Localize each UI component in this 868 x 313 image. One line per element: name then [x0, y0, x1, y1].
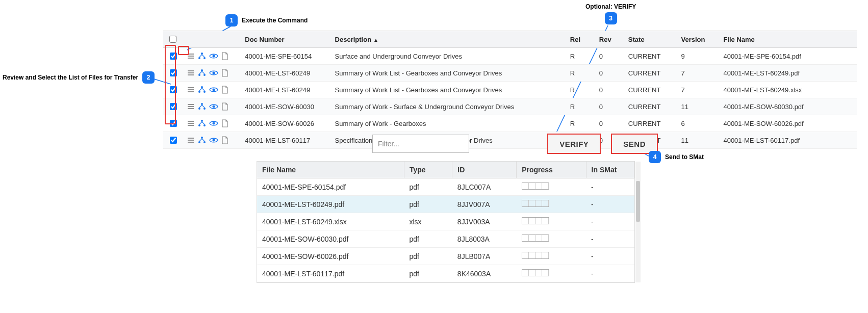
view-icon[interactable] — [209, 102, 218, 111]
file-row[interactable]: 40001-ME-SOW-60026.pdfpdf8JLB007A- — [257, 248, 634, 265]
files-header-type[interactable]: Type — [404, 162, 452, 178]
scrollbar[interactable] — [635, 162, 641, 282]
files-header-id[interactable]: ID — [452, 162, 517, 178]
view-icon[interactable] — [209, 52, 218, 60]
document-icon[interactable] — [221, 119, 228, 127]
view-icon[interactable] — [209, 119, 218, 127]
header-doc-number[interactable]: Doc Number — [241, 31, 330, 48]
list-icon[interactable] — [187, 86, 195, 94]
header-version[interactable]: Version — [677, 31, 720, 48]
document-icon[interactable] — [221, 86, 228, 94]
row-checkbox[interactable] — [170, 137, 177, 144]
select-all-checkbox[interactable] — [169, 36, 176, 43]
list-icon[interactable] — [187, 136, 195, 144]
cell-doc-number: 40001-ME-LST-60249 — [241, 82, 330, 98]
cell-doc-number: 40001-ME-LST-60117 — [241, 132, 330, 149]
files-header-filename[interactable]: File Name — [257, 162, 404, 178]
file-row[interactable]: 40001-ME-LST-60249.pdfpdf8JJV007A- — [257, 196, 634, 213]
row-checkbox[interactable] — [170, 120, 177, 127]
table-row[interactable]: 40001-ME-SPE-60154Surface and Undergroun… — [163, 48, 857, 65]
view-icon[interactable] — [209, 69, 218, 77]
header-file-name[interactable]: File Name — [719, 31, 857, 48]
list-icon[interactable] — [187, 102, 195, 111]
table-row[interactable]: 40001-ME-LST-60249Summary of Work List -… — [163, 65, 857, 82]
list-icon[interactable] — [187, 119, 195, 127]
row-checkbox[interactable] — [170, 53, 177, 60]
structure-icon[interactable] — [198, 69, 206, 77]
svg-point-14 — [201, 69, 203, 71]
file-cell-id: 8JLC007A — [452, 178, 517, 196]
cell-state: CURRENT — [624, 115, 677, 132]
header-select-all[interactable] — [163, 31, 183, 48]
header-description[interactable]: Description▲ — [331, 31, 566, 48]
view-icon[interactable] — [209, 136, 218, 144]
file-cell-name: 40001-ME-LST-60249.pdf — [257, 196, 404, 213]
row-checkbox[interactable] — [170, 103, 177, 110]
file-cell-id: 8K46003A — [452, 265, 517, 282]
table-row[interactable]: 40001-ME-SOW-60026Summary of Work - Gear… — [163, 115, 857, 132]
document-icon[interactable] — [221, 136, 228, 144]
file-cell-insmat: - — [586, 213, 634, 230]
cell-file-name: 40001-ME-LST-60249.pdf — [719, 65, 857, 82]
cell-doc-number: 40001-ME-SOW-60030 — [241, 98, 330, 115]
table-row[interactable]: 40001-ME-SOW-60030Summary of Work - Surf… — [163, 98, 857, 115]
callout-1: 1 Execute the Command — [225, 14, 308, 27]
list-icon[interactable] — [187, 69, 195, 77]
scrollbar-thumb[interactable] — [636, 181, 640, 222]
cell-rel: R — [566, 65, 595, 82]
svg-point-23 — [203, 91, 206, 93]
file-cell-progress — [517, 230, 586, 248]
callout-3: Optional: VERIFY 3 — [585, 3, 636, 24]
file-row[interactable]: 40001-ME-SOW-60030.pdfpdf8JL8003A- — [257, 230, 634, 248]
svg-point-21 — [201, 86, 203, 88]
cell-file-name: 40001-ME-LST-60117.pdf — [719, 132, 857, 149]
document-icon[interactable] — [221, 69, 228, 77]
cell-doc-number: 40001-ME-SOW-60026 — [241, 115, 330, 132]
file-cell-progress — [517, 196, 586, 213]
document-icon[interactable] — [221, 52, 228, 60]
progress-bar — [522, 269, 549, 276]
cell-version: 11 — [677, 98, 720, 115]
structure-icon[interactable] — [198, 52, 206, 60]
structure-icon[interactable] — [198, 102, 206, 111]
svg-point-28 — [201, 103, 203, 105]
header-rel[interactable]: Rel — [566, 31, 595, 48]
document-icon[interactable] — [221, 102, 228, 111]
file-cell-name: 40001-ME-LST-60117.pdf — [257, 265, 404, 282]
row-checkbox[interactable] — [170, 86, 177, 93]
header-state[interactable]: State — [624, 31, 677, 48]
structure-icon[interactable] — [198, 136, 206, 144]
table-row[interactable]: 40001-ME-LST-60249Summary of Work List -… — [163, 82, 857, 98]
svg-point-30 — [203, 108, 206, 110]
filter-input[interactable] — [372, 135, 469, 153]
file-row[interactable]: 40001-ME-LST-60249.xlsxxlsx8JJV003A- — [257, 213, 634, 230]
cell-file-name: 40001-ME-LST-60249.xlsx — [719, 82, 857, 98]
file-cell-progress — [517, 213, 586, 230]
file-row[interactable]: 40001-ME-SPE-60154.pdfpdf8JLC007A- — [257, 178, 634, 196]
files-header-insmat[interactable]: In SMat — [586, 162, 634, 178]
cell-version: 9 — [677, 48, 720, 65]
cell-description: Summary of Work List - Gearboxes and Con… — [331, 82, 566, 98]
row-checkbox[interactable] — [170, 69, 177, 76]
list-icon[interactable] — [187, 52, 195, 60]
view-icon[interactable] — [209, 86, 218, 94]
file-cell-insmat: - — [586, 196, 634, 213]
file-cell-progress — [517, 248, 586, 265]
structure-icon[interactable] — [198, 86, 206, 94]
verify-button[interactable]: VERIFY — [547, 134, 601, 154]
file-cell-name: 40001-ME-SOW-60030.pdf — [257, 230, 404, 248]
callout-badge-4: 4 — [649, 151, 661, 163]
file-row[interactable]: 40001-ME-LST-60117.pdfpdf8K46003A- — [257, 265, 634, 282]
cell-state: CURRENT — [624, 48, 677, 65]
header-rev[interactable]: Rev — [595, 31, 624, 48]
callout-label-3: Optional: VERIFY — [585, 3, 636, 10]
svg-point-17 — [213, 72, 215, 74]
file-cell-insmat: - — [586, 248, 634, 265]
file-cell-id: 8JL8003A — [452, 230, 517, 248]
files-header-progress[interactable]: Progress — [517, 162, 586, 178]
header-actions — [183, 31, 241, 48]
documents-header-row: Doc Number Description▲ Rel Rev State Ve… — [163, 31, 857, 48]
file-cell-progress — [517, 178, 586, 196]
progress-bar — [522, 252, 549, 259]
structure-icon[interactable] — [198, 119, 206, 127]
